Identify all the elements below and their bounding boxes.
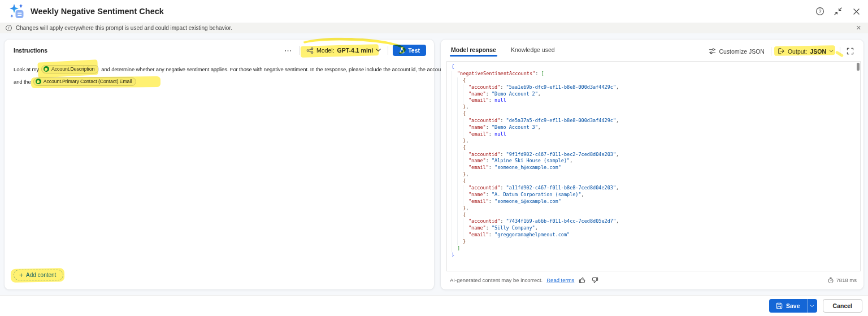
prompt-text-segment: and the [14, 79, 31, 85]
token-label: Account.Description [51, 66, 94, 72]
stopwatch-icon [827, 277, 834, 284]
json-code: { "negativeSentimentAccounts": [ { "acco… [447, 62, 860, 259]
token-label: Account.Primary Contact (Contact).Email [44, 79, 132, 84]
output-label: Output: [788, 48, 807, 55]
save-split-button: Save [769, 299, 817, 313]
save-button[interactable]: Save [769, 299, 807, 313]
data-token-account-description[interactable]: Account.Description [41, 65, 99, 73]
chevron-down-icon [829, 50, 834, 53]
add-content-button[interactable]: + Add content [14, 270, 63, 280]
close-window-icon[interactable] [851, 6, 861, 16]
tab-knowledge-used[interactable]: Knowledge used [510, 45, 556, 58]
customize-json-button[interactable]: Customize JSON [707, 46, 766, 56]
save-button-label: Save [786, 302, 800, 309]
read-terms-link[interactable]: Read terms [546, 277, 574, 283]
output-format-selector[interactable]: Output: JSON [776, 46, 835, 56]
model-label: Model: [316, 47, 335, 54]
data-token-primary-contact-email[interactable]: Account.Primary Contact (Contact).Email [33, 77, 136, 86]
cancel-button[interactable]: Cancel [823, 299, 862, 313]
info-icon: i [6, 25, 12, 31]
banner-close-icon[interactable]: ✕ [856, 24, 861, 32]
thumbs-down-icon[interactable] [591, 276, 599, 284]
help-icon[interactable]: ? [815, 6, 825, 16]
action-footer: Save Cancel [0, 295, 868, 316]
instructions-panel-title: Instructions [14, 47, 47, 54]
instructions-panel: Instructions ⋯ Model: GPT-4.1 mini [5, 40, 434, 289]
prompt-text-segment: and determine whether any negative senti… [101, 66, 459, 72]
model-value: GPT-4.1 mini [337, 47, 374, 54]
prompt-sparkle-icon [8, 3, 25, 20]
divider [771, 47, 771, 56]
info-banner: i Changes will apply everywhere this pro… [0, 23, 868, 33]
flask-icon [399, 47, 405, 54]
save-dropdown-button[interactable] [807, 299, 817, 313]
svg-text:?: ? [819, 8, 822, 14]
divider [840, 47, 840, 56]
plus-icon: + [19, 272, 23, 278]
ai-disclaimer-text: AI-generated content may be incorrect. [450, 277, 542, 283]
test-button-label: Test [408, 47, 420, 54]
prompt-text-segment: Look at my [14, 66, 39, 72]
divider [388, 46, 388, 55]
info-banner-text: Changes will apply everywhere this promp… [16, 25, 232, 31]
tab-model-response[interactable]: Model response [450, 45, 497, 58]
model-selector[interactable]: Model: GPT-4.1 mini [304, 46, 383, 55]
divider [299, 46, 300, 55]
json-response-editor[interactable]: { "negativeSentimentAccounts": [ { "acco… [446, 61, 861, 271]
collapse-window-icon[interactable] [833, 6, 843, 16]
latency-value: 7818 ms [836, 277, 857, 283]
scrollbar-thumb[interactable] [857, 63, 860, 71]
sliders-icon [709, 47, 716, 55]
output-icon [778, 47, 785, 55]
customize-json-label: Customize JSON [719, 48, 765, 55]
model-icon [306, 47, 314, 54]
response-tabs: Model response Knowledge used [450, 45, 556, 58]
output-value: JSON [810, 48, 826, 55]
save-icon [776, 302, 783, 309]
model-response-panel: Model response Knowledge used Customize … [441, 40, 863, 289]
prompt-text[interactable]: Look at my Account.Description and deter… [5, 59, 434, 88]
expand-icon[interactable] [845, 46, 856, 56]
thumbs-up-icon[interactable] [578, 276, 587, 284]
window-header: Weekly Negative Sentiment Check ? [0, 0, 868, 23]
add-content-label: Add content [26, 272, 56, 278]
dataverse-icon [44, 66, 49, 72]
test-button[interactable]: Test [393, 45, 426, 56]
dataverse-icon [36, 79, 41, 84]
page-title: Weekly Negative Sentiment Check [31, 7, 164, 16]
chevron-down-icon [376, 49, 381, 52]
more-options-button[interactable]: ⋯ [282, 46, 294, 55]
